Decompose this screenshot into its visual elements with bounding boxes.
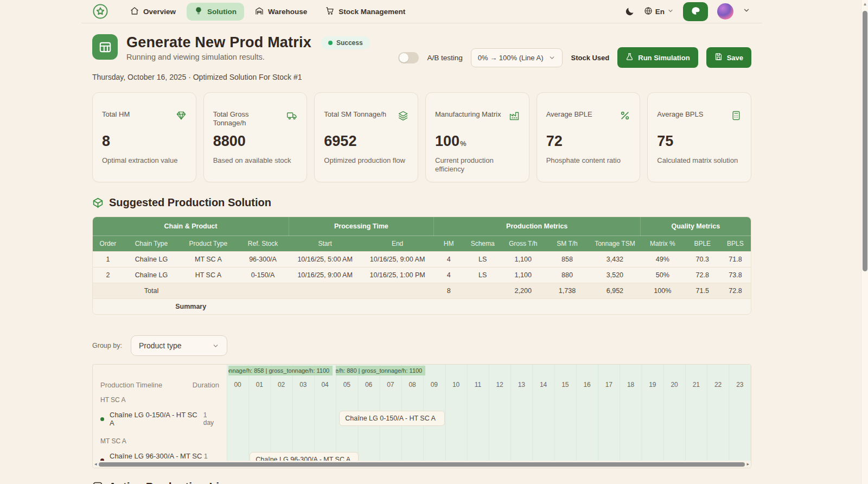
hour-label: 13: [510, 381, 532, 389]
production-timeline-panel: _tonnage/h: 858 | gross_tonnage/h: 1100g…: [92, 364, 751, 468]
nav-item-stock-management[interactable]: Stock Management: [318, 3, 413, 21]
hour-label: 16: [576, 381, 598, 389]
vertical-scroll-thumb[interactable]: [863, 11, 867, 271]
gantt-bar[interactable]: Chaîne LG 0-150/A - HT SC A: [339, 411, 445, 426]
hour-label: 10: [445, 381, 467, 389]
calculator-icon: [731, 110, 742, 123]
stat-value: 6952: [324, 133, 409, 150]
hour-label: 06: [358, 381, 380, 389]
column-header-bpls: BPLS: [720, 236, 751, 252]
group-header-production-metrics: Production Metrics: [433, 217, 640, 236]
hour-label: 22: [707, 381, 729, 389]
cart-icon: [326, 7, 334, 17]
hour-label: 04: [314, 381, 336, 389]
bulb-icon: [194, 7, 203, 17]
stat-value: 75: [657, 133, 742, 150]
group-header-quality-metrics: Quality Metrics: [640, 217, 751, 236]
language-selector[interactable]: En: [644, 7, 674, 17]
run-simulation-button[interactable]: Run Simulation: [617, 47, 698, 68]
timeline-duration-label: Duration: [193, 381, 219, 389]
package-cube-icon: [92, 197, 104, 208]
factory-icon: [509, 110, 520, 123]
hour-label: 01: [248, 381, 270, 389]
date-line: Thursday, October 16, 2025 · Optimized S…: [92, 73, 751, 81]
account-chevron-down-icon[interactable]: [743, 7, 750, 16]
nav-item-overview[interactable]: Overview: [123, 3, 183, 21]
column-header-tonnage-tsm: Tonnage TSM: [590, 236, 640, 252]
column-header-end: End: [361, 236, 433, 252]
nav-item-solution[interactable]: Solution: [187, 3, 244, 21]
stat-card-total-sm-tonnage-h: Total SM Tonnage/h 6952 Optimized produc…: [314, 92, 418, 182]
table-summary-row[interactable]: Summary: [93, 299, 751, 315]
group-by-select[interactable]: Product type: [131, 335, 227, 356]
table-row: 1Chaîne LGMT SC A96-300/A10/16/25, 5:00 …: [93, 252, 751, 268]
hour-label: 20: [663, 381, 685, 389]
ab-testing-toggle[interactable]: [398, 52, 419, 63]
column-header-order: Order: [93, 236, 123, 252]
page-vertical-scrollbar[interactable]: ▲: [861, 0, 868, 484]
hour-label: 21: [685, 381, 707, 389]
column-header-start: Start: [289, 236, 361, 252]
production-solution-table: Chain & ProductProcessing TimeProduction…: [93, 217, 751, 314]
line-range-select[interactable]: 0% → 100% (Line A): [471, 48, 563, 67]
theme-palette-button[interactable]: [683, 2, 708, 21]
column-header-ref-stock: Ref. Stock: [237, 236, 289, 252]
hour-label: 07: [380, 381, 401, 389]
task-duration: 1 day: [203, 411, 219, 426]
hour-label: 02: [271, 381, 292, 389]
main-navigation: Overview Solution Warehouse Stock Manage…: [123, 3, 413, 21]
save-button[interactable]: Save: [706, 47, 751, 68]
hour-label: 17: [598, 381, 620, 389]
stat-card-total-gross-tonnage-h: Total Gross Tonnage/h 8800 Based on avai…: [203, 92, 308, 182]
column-header-bple: BPLE: [685, 236, 720, 252]
column-header-matrix: Matrix %: [640, 236, 685, 252]
column-header-sm-t-h: SM T/h: [545, 236, 589, 252]
nav-item-warehouse[interactable]: Warehouse: [247, 3, 315, 21]
hour-label: 00: [227, 381, 248, 389]
percent-icon: [620, 110, 630, 123]
chevron-down-icon: [212, 342, 219, 349]
hour-label: 19: [642, 381, 663, 389]
home-icon: [130, 7, 139, 17]
top-navbar: Overview Solution Warehouse Stock Manage…: [0, 0, 868, 23]
hour-label: 11: [467, 381, 489, 389]
timeline-horizontal-scrollbar[interactable]: ◂ ▸: [93, 461, 751, 468]
timeline-tooltip: _tonnage/h: 858 | gross_tonnage/h: 1100: [228, 366, 333, 375]
app-logo[interactable]: [92, 3, 108, 20]
timeline-group-label: MT SC A: [93, 434, 227, 448]
solution-section-header: Suggested Production Solution: [92, 196, 751, 209]
timeline-task-label: Chaîne LG 0-150/A - HT SC A: [110, 411, 203, 427]
stat-card-manufacturing-matrix: Manufacturing Matrix 100% Current produc…: [425, 92, 529, 182]
stock-used-label: Stock Used: [571, 54, 609, 62]
column-header-schema: Schema: [464, 236, 501, 252]
group-header-processing-time: Processing Time: [289, 217, 433, 236]
dark-mode-moon-icon[interactable]: [624, 7, 635, 17]
column-header-hm: HM: [433, 236, 464, 252]
table-column-header-row: OrderChain TypeProduct TypeRef. StockSta…: [93, 236, 751, 252]
hour-label: 12: [489, 381, 510, 389]
scroll-left-arrow[interactable]: ◂: [94, 462, 97, 467]
activity-icon: [92, 481, 103, 484]
horizontal-scroll-thumb[interactable]: [99, 462, 745, 467]
status-badge: Success: [321, 36, 370, 49]
hour-label: 09: [423, 381, 445, 389]
user-avatar[interactable]: [717, 3, 733, 20]
truck-icon: [286, 110, 297, 123]
stat-card-average-bple: Average BPLE 72 Phosphate content ratio: [537, 92, 641, 182]
layers-icon: [398, 110, 409, 123]
save-disk-icon: [714, 53, 723, 62]
chevron-down-icon: [548, 54, 556, 61]
stats-row: Total HM 8 Optimal extraction value Tota…: [92, 92, 751, 182]
column-header-gross-t-h: Gross T/h: [501, 236, 545, 252]
timeline-title: Production Timeline: [100, 381, 162, 389]
page-header: Generate New Prod Matrix Success Running…: [92, 34, 751, 68]
scroll-right-arrow[interactable]: ▸: [746, 462, 749, 467]
line-range-value: 0% → 100% (Line A): [478, 54, 544, 62]
scroll-up-arrow[interactable]: ▲: [863, 2, 867, 7]
timeline-tooltip: ge/h: 880 | gross_tonnage/h: 1100: [336, 366, 425, 375]
active-lines-section-header: Active Production Lines: [92, 480, 751, 484]
page-title: Generate New Prod Matrix: [126, 34, 311, 51]
hour-label: 14: [533, 381, 554, 389]
page-subtitle: Running and viewing simulation results.: [126, 53, 370, 61]
column-header-chain-type: Chain Type: [123, 236, 180, 252]
